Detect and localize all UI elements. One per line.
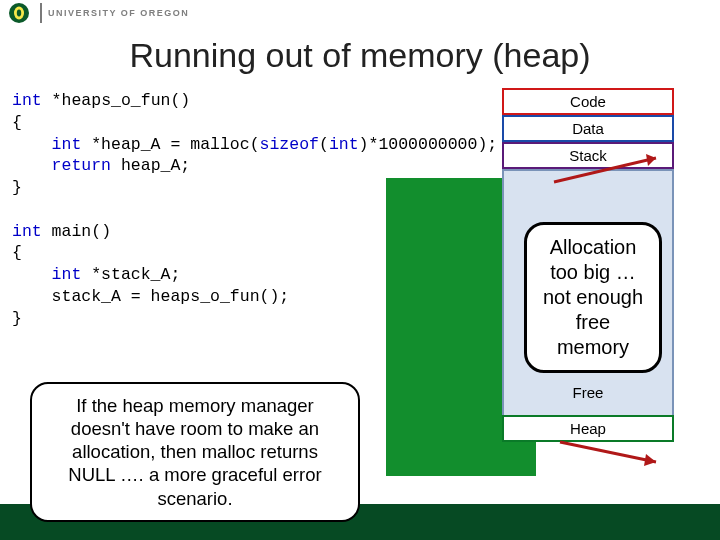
code-text: *heaps_o_fun()	[42, 91, 191, 110]
callout-allocation: Allocation too big … not enough free mem…	[524, 222, 662, 373]
code-text: *heap_A = malloc(	[81, 135, 259, 154]
code-text: stack_A = heaps_o_fun();	[12, 287, 289, 306]
code-text: {	[12, 113, 22, 132]
university-name: UNIVERSITY OF OREGON	[48, 8, 189, 18]
code-text: heap_A;	[111, 156, 190, 175]
kw-int: int	[12, 91, 42, 110]
header-divider	[40, 3, 42, 23]
svg-marker-4	[646, 154, 656, 166]
kw-int: int	[12, 135, 81, 154]
segment-code: Code	[502, 88, 674, 115]
arrow-heap	[556, 438, 676, 472]
callout-note: If the heap memory manager doesn't have …	[30, 382, 360, 522]
slide: UNIVERSITY OF OREGON Running out of memo…	[0, 0, 720, 540]
svg-marker-6	[644, 454, 656, 466]
svg-line-3	[554, 158, 656, 182]
code-text: }	[12, 178, 22, 197]
segment-data: Data	[502, 115, 674, 142]
kw-int: int	[329, 135, 359, 154]
uo-logo	[4, 0, 34, 26]
kw-int: int	[12, 265, 81, 284]
code-text: )*1000000000);	[359, 135, 498, 154]
kw-return: return	[12, 156, 111, 175]
header-bar: UNIVERSITY OF OREGON	[0, 0, 720, 26]
svg-line-5	[560, 442, 656, 462]
free-label: Free	[573, 384, 604, 401]
code-text: (	[319, 135, 329, 154]
arrow-stack	[550, 150, 680, 190]
kw-sizeof: sizeof	[260, 135, 319, 154]
svg-point-2	[17, 10, 21, 17]
code-text: *stack_A;	[81, 265, 180, 284]
code-text: }	[12, 309, 22, 328]
kw-int: int	[12, 222, 42, 241]
slide-title: Running out of memory (heap)	[0, 36, 720, 75]
code-text: main()	[42, 222, 111, 241]
code-text: {	[12, 243, 22, 262]
